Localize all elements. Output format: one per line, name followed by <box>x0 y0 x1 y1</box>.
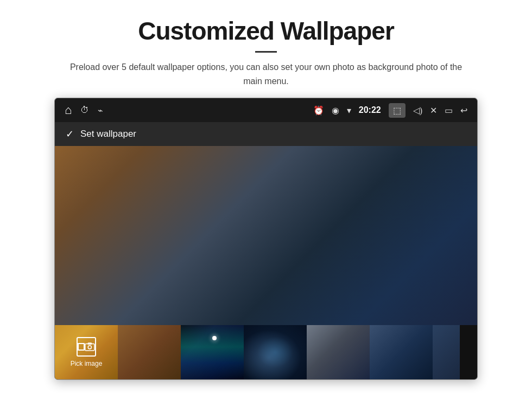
time-display: 20:22 <box>359 105 381 115</box>
page-header: Customized Wallpaper Preload over 5 defa… <box>0 0 532 88</box>
svg-rect-0 <box>85 344 94 351</box>
wallpaper-thumb-3[interactable] <box>244 325 307 379</box>
device-container: ⌂ ⏱ ⌁ ⏰ ◉ ▾ 20:22 ⬚ ◁) ✕ ▭ ↩ ✓ Set wallp… <box>54 98 478 380</box>
wallpaper-thumb-2[interactable] <box>181 325 244 379</box>
window-icon: ▭ <box>445 105 453 116</box>
wallpaper-thumb-1[interactable] <box>118 325 181 379</box>
check-icon: ✓ <box>66 128 74 140</box>
usb-icon: ⌁ <box>98 105 103 116</box>
back-icon: ↩ <box>460 105 467 116</box>
aurora-overlay <box>181 325 244 379</box>
wallpaper-thumb-4[interactable] <box>307 325 370 379</box>
wave-overlay <box>307 325 370 379</box>
wallpaper-thumb-5[interactable] <box>370 325 433 379</box>
page-subtitle: Preload over 5 default wallpaper options… <box>60 60 472 88</box>
set-wallpaper-label: Set wallpaper <box>80 129 136 139</box>
storm-overlay <box>244 325 307 379</box>
thumbnail-strip: Pick image <box>55 325 477 379</box>
home-icon: ⌂ <box>65 103 72 117</box>
close-icon: ✕ <box>430 105 437 116</box>
status-bar-left: ⌂ ⏱ ⌁ <box>65 103 103 117</box>
status-bar: ⌂ ⏱ ⌁ ⏰ ◉ ▾ 20:22 ⬚ ◁) ✕ ▭ ↩ <box>55 98 477 122</box>
wallpaper-thumb-partial[interactable] <box>433 325 460 379</box>
camera-icon: ⬚ <box>389 103 406 118</box>
pick-image-label: Pick image <box>71 360 103 367</box>
pick-image-thumb[interactable]: Pick image <box>55 325 118 379</box>
svg-point-1 <box>88 346 92 349</box>
clock-icon: ⏱ <box>80 105 89 115</box>
alarm-icon: ⏰ <box>313 105 324 116</box>
volume-icon: ◁) <box>413 105 422 116</box>
page-title: Customized Wallpaper <box>11 16 521 46</box>
wifi-icon: ▾ <box>347 105 351 116</box>
status-bar-right: ⏰ ◉ ▾ 20:22 ⬚ ◁) ✕ ▭ ↩ <box>313 103 467 118</box>
pick-image-icon <box>77 337 96 357</box>
action-bar: ✓ Set wallpaper <box>55 122 477 146</box>
title-divider <box>255 51 277 53</box>
location-icon: ◉ <box>332 105 339 116</box>
wallpaper-preview <box>55 146 477 325</box>
